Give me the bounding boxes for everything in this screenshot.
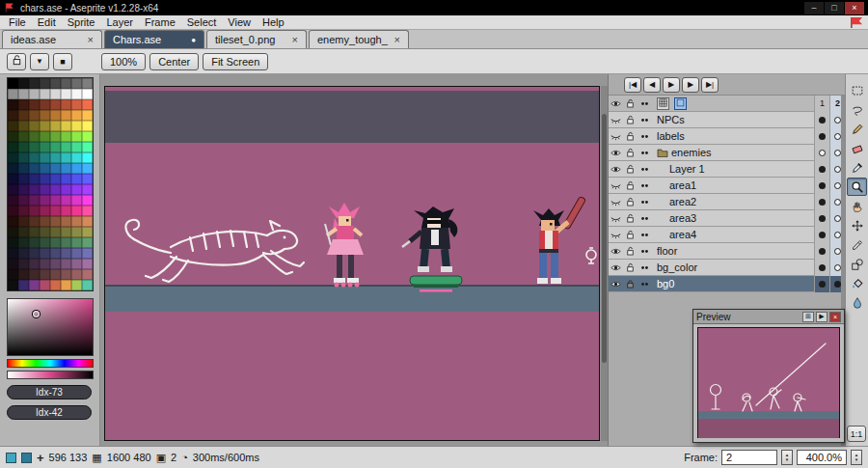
palette-swatch[interactable]: [50, 280, 61, 290]
palette-swatch[interactable]: [82, 110, 93, 121]
eraser-tool[interactable]: [847, 139, 867, 157]
layer-row[interactable]: area1: [609, 178, 845, 194]
palette-swatch[interactable]: [61, 216, 71, 227]
palette-swatch[interactable]: [18, 163, 29, 174]
palette-swatch[interactable]: [29, 269, 40, 280]
palette-swatch[interactable]: [71, 237, 82, 248]
palette-swatch[interactable]: [8, 121, 18, 131]
palette-swatch[interactable]: [71, 163, 82, 174]
palette-swatch[interactable]: [29, 184, 40, 195]
rectangular-marquee-tool[interactable]: [847, 81, 867, 99]
palette-swatch[interactable]: [82, 248, 93, 259]
layer-row[interactable]: enemies: [609, 145, 845, 161]
continuous-dots-icon[interactable]: [637, 129, 652, 144]
palette-swatch[interactable]: [61, 89, 71, 99]
eye-closed-icon[interactable]: [609, 228, 623, 242]
layer-row[interactable]: area2: [609, 194, 845, 210]
palette-swatch[interactable]: [40, 184, 50, 195]
palette-swatch[interactable]: [50, 237, 61, 248]
eye-open-icon[interactable]: [609, 162, 623, 177]
preview-one-to-one-button[interactable]: 1:1: [847, 426, 866, 442]
palette-swatch[interactable]: [82, 174, 93, 184]
palette-swatch[interactable]: [82, 152, 93, 163]
fit-screen-button[interactable]: Fit Screen: [203, 53, 268, 70]
palette-swatch[interactable]: [61, 227, 71, 237]
palette-options-button[interactable]: ■: [53, 53, 72, 70]
palette-swatch[interactable]: [61, 237, 71, 248]
palette-swatch[interactable]: [71, 121, 82, 131]
next-frame-button[interactable]: ▶: [682, 77, 699, 93]
palette-swatch[interactable]: [61, 206, 71, 216]
color-marker[interactable]: [33, 311, 40, 317]
eye-closed-icon[interactable]: [609, 129, 623, 144]
tab-tileset[interactable]: tileset_0.png ×: [206, 30, 307, 48]
palette-swatch[interactable]: [40, 280, 50, 290]
palette-swatch[interactable]: [40, 110, 50, 121]
palette-swatch[interactable]: [18, 237, 29, 248]
lock-open-icon[interactable]: [623, 146, 637, 160]
palette-swatch[interactable]: [71, 248, 82, 259]
cel-frame-1[interactable]: [814, 243, 829, 260]
lock-open-icon[interactable]: [623, 228, 637, 242]
palette-swatch[interactable]: [82, 269, 93, 280]
palette-swatch[interactable]: [61, 121, 71, 131]
palette-swatch[interactable]: [29, 110, 40, 121]
palette-swatch[interactable]: [8, 237, 18, 248]
palette-swatch[interactable]: [61, 184, 71, 195]
eye-closed-icon[interactable]: [609, 113, 623, 127]
menu-view[interactable]: View: [222, 16, 257, 28]
palette-swatch[interactable]: [18, 259, 29, 269]
palette-swatch[interactable]: [50, 110, 61, 121]
palette-swatch[interactable]: [82, 216, 93, 227]
palette-swatch[interactable]: [50, 174, 61, 184]
palette-swatch[interactable]: [18, 184, 29, 195]
all-layers-visibility-icon[interactable]: [609, 96, 623, 111]
saturation-value-box[interactable]: [7, 298, 94, 356]
layer-row[interactable]: floor: [609, 243, 845, 260]
palette-swatch[interactable]: [82, 227, 93, 237]
palette-swatch[interactable]: [50, 195, 61, 206]
palette-swatch[interactable]: [29, 78, 40, 89]
palette-swatch[interactable]: [50, 142, 61, 152]
play-button[interactable]: ▶: [663, 77, 680, 93]
menu-file[interactable]: File: [3, 16, 32, 28]
frame-spinner[interactable]: ▴▾: [781, 450, 793, 465]
fg-color-chip[interactable]: [6, 453, 16, 463]
palette-swatch[interactable]: [50, 259, 61, 269]
first-frame-button[interactable]: |◀: [624, 77, 641, 93]
cel-frame-1[interactable]: [814, 128, 829, 145]
layer-row[interactable]: labels: [609, 128, 845, 145]
palette-swatch[interactable]: [29, 121, 40, 131]
palette-swatch[interactable]: [8, 280, 18, 290]
palette-swatch[interactable]: [61, 248, 71, 259]
palette-swatch[interactable]: [40, 269, 50, 280]
palette-swatch[interactable]: [82, 206, 93, 216]
palette-swatch[interactable]: [40, 89, 50, 99]
eye-closed-icon[interactable]: [609, 211, 623, 226]
close-button[interactable]: ×: [845, 2, 864, 14]
palette-swatch[interactable]: [71, 216, 82, 227]
palette-swatch[interactable]: [40, 195, 50, 206]
palette-swatch[interactable]: [82, 121, 93, 131]
palette-swatch[interactable]: [40, 78, 50, 89]
palette-swatch[interactable]: [40, 163, 50, 174]
palette-swatch[interactable]: [61, 195, 71, 206]
palette-swatch[interactable]: [82, 99, 93, 110]
cel-frame-1[interactable]: [814, 210, 829, 227]
palette-swatch[interactable]: [82, 237, 93, 248]
palette-swatch[interactable]: [50, 78, 61, 89]
palette-swatch[interactable]: [82, 280, 93, 290]
layer-row[interactable]: bg0: [609, 276, 845, 292]
palette-swatch[interactable]: [40, 131, 50, 142]
menu-sprite[interactable]: Sprite: [62, 16, 101, 28]
cel-frame-1[interactable]: [814, 112, 829, 128]
layer-row[interactable]: bg_color: [609, 260, 845, 276]
palette-swatch[interactable]: [18, 227, 29, 237]
palette-swatch[interactable]: [71, 195, 82, 206]
slice-tool[interactable]: [847, 235, 867, 254]
shade-slider[interactable]: [7, 371, 94, 379]
layer-row[interactable]: Layer 1: [609, 161, 845, 178]
palette-swatch[interactable]: [71, 152, 82, 163]
palette-swatch[interactable]: [29, 142, 40, 152]
palette-swatch[interactable]: [61, 142, 71, 152]
